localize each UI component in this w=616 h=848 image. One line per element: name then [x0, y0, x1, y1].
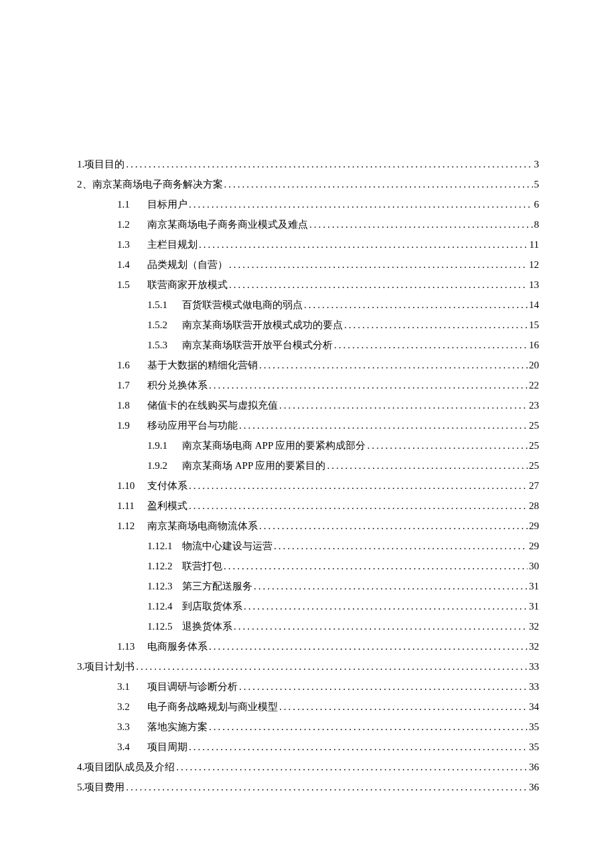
toc-title: 到店取货体系	[182, 596, 242, 616]
toc-leader-dots	[239, 415, 528, 435]
toc-title: 物流中心建设与运营	[182, 536, 273, 556]
toc-entry: 1.9.1南京某商场电商 APP 应用的要紧构成部分25	[77, 435, 539, 455]
toc-leader-dots	[274, 536, 528, 556]
toc-entry: 1.4品类规划（自营）12	[77, 255, 539, 275]
toc-entry: 3.3落地实施方案35	[77, 717, 539, 737]
toc-number: 3	[77, 656, 82, 677]
toc-page-number: 32	[529, 616, 539, 636]
toc-entry: 1.3主栏目规划11	[77, 234, 539, 255]
toc-entry: 1.12.5 退换货体系32	[77, 616, 539, 636]
toc-entry: 1.2南京某商场电子商务商业模式及难点8	[77, 214, 539, 234]
toc-leader-dots	[229, 275, 528, 295]
toc-title: 主栏目规划	[147, 234, 198, 255]
toc-entry: 1.5.3南京某商场联营开放平台模式分析16	[77, 335, 539, 355]
toc-entry: 1.6基于大数据的精细化营销20	[77, 355, 539, 375]
toc-leader-dots	[309, 214, 533, 234]
toc-leader-dots	[304, 295, 528, 315]
toc-page-number: 25	[529, 435, 539, 455]
toc-number: 1.5.2	[147, 315, 182, 335]
toc-title: 盈利模式	[147, 496, 187, 516]
toc-number: 1.12.3	[147, 576, 182, 596]
toc-number: 1.11	[117, 496, 147, 516]
toc-page-number: 22	[529, 375, 539, 395]
toc-number: 3.2	[117, 697, 147, 717]
toc-entry: 1.1目标用户6	[77, 194, 539, 214]
toc-page-number: 31	[529, 576, 539, 596]
toc-entry: 1.12.2 联营打包30	[77, 556, 539, 576]
toc-page-number: 11	[530, 234, 539, 255]
toc-number: 1.8	[117, 395, 147, 415]
toc-title: 落地实施方案	[147, 717, 208, 737]
toc-number: 1.12.2	[147, 556, 182, 576]
toc-title: 南京某商场联营开放模式成功的要点	[182, 315, 343, 335]
toc-page-number: 13	[529, 275, 539, 295]
toc-title: 项目目的	[84, 154, 125, 174]
toc-leader-dots	[229, 255, 528, 275]
toc-entry: 1.5联营商家开放模式13	[77, 275, 539, 295]
toc-page-number: 25	[529, 415, 539, 435]
toc-title: 储值卡的在线购买与虚拟充值	[147, 395, 278, 415]
toc-page-number: 5	[534, 174, 540, 194]
toc-entry: 1.9.2南京某商场 APP 应用的要紧目的25	[77, 455, 539, 476]
toc-title: 南京某商场联营开放平台模式分析	[182, 335, 333, 355]
toc-leader-dots	[254, 576, 528, 596]
toc-page-number: 15	[529, 315, 539, 335]
toc-title: 电商服务体系	[147, 636, 208, 656]
toc-leader-dots	[189, 496, 528, 516]
toc-page-number: 16	[529, 335, 539, 355]
toc-number: 1.1	[117, 194, 147, 214]
toc-entry: 3.2电子商务战略规划与商业模型34	[77, 697, 539, 717]
toc-leader-dots	[209, 717, 528, 737]
toc-number: 1.6	[117, 355, 147, 375]
toc-title: 支付体系	[147, 476, 187, 496]
toc-title: 项目周期	[147, 737, 187, 757]
toc-title: 联营打包	[182, 556, 222, 576]
toc-page-number: 33	[529, 656, 539, 677]
toc-page-number: 20	[529, 355, 539, 375]
toc-title: 南京某商场电商物流体系	[147, 516, 258, 536]
toc-number: 2、	[77, 174, 92, 194]
toc-page-number: 33	[529, 677, 539, 697]
toc-title: 基于大数据的精细化营销	[147, 355, 258, 375]
toc-title: 南京某商场 APP 应用的要紧目的	[182, 455, 325, 476]
toc-page: 1.项目目的32、南京某商场电子商务解决方案 51.1目标用户61.2南京某商场…	[0, 0, 616, 797]
toc-entry: 1.13 电商服务体系32	[77, 636, 539, 656]
toc-number: 1.5.1	[147, 295, 182, 315]
toc-number: 1.12.1	[147, 536, 182, 556]
toc-number: 1.2	[117, 214, 147, 234]
toc-number: 1.4	[117, 255, 147, 275]
toc-number: 3.4	[117, 737, 147, 757]
toc-title: 电子商务战略规划与商业模型	[147, 697, 278, 717]
toc-page-number: 3	[534, 154, 540, 174]
toc-leader-dots	[209, 636, 528, 656]
toc-title: .项目费用	[82, 777, 125, 797]
toc-leader-dots	[259, 355, 528, 375]
toc-page-number: 12	[529, 255, 539, 275]
toc-number: 3.1	[117, 677, 147, 697]
toc-entry: 3.4项目周期35	[77, 737, 539, 757]
toc-leader-dots	[126, 154, 532, 174]
toc-leader-dots	[239, 677, 528, 697]
toc-leader-dots	[189, 737, 528, 757]
toc-title: 移动应用平台与功能	[147, 415, 238, 435]
toc-page-number: 29	[529, 516, 539, 536]
toc-leader-dots	[199, 234, 528, 255]
toc-leader-dots	[367, 435, 528, 455]
toc-title: 百货联营模式做电商的弱点	[182, 295, 303, 315]
toc-entry: 1.项目目的3	[77, 154, 539, 174]
toc-page-number: 32	[529, 636, 539, 656]
toc-title: 南京某商场电子商务解决方案	[92, 174, 223, 194]
toc-leader-dots	[136, 656, 528, 677]
toc-entry: 3 .项目计划书33	[77, 656, 539, 677]
toc-number: 1.	[77, 154, 84, 174]
toc-page-number: 8	[534, 214, 540, 234]
toc-number: 1.5.3	[147, 335, 182, 355]
toc-leader-dots	[279, 697, 528, 717]
toc-leader-dots	[234, 616, 528, 636]
toc-page-number: 36	[529, 777, 539, 797]
toc-page-number: 35	[529, 717, 539, 737]
toc-number: 1.12.5	[147, 616, 182, 636]
toc-title: 南京某商场电商 APP 应用的要紧构成部分	[182, 435, 366, 455]
toc-number: 1.3	[117, 234, 147, 255]
toc-page-number: 14	[529, 295, 539, 315]
